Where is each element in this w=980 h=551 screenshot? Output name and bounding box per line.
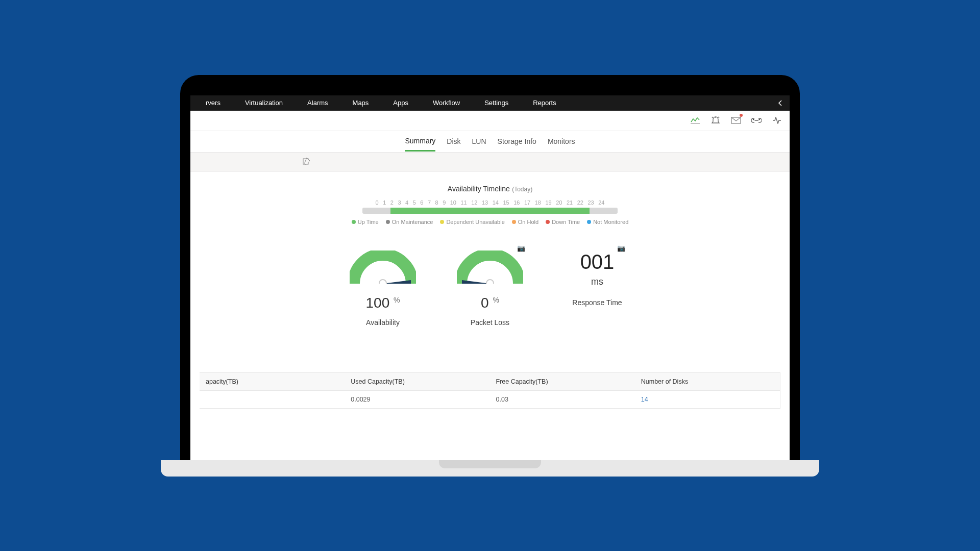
legend-item: Down Time (546, 219, 580, 225)
cell-free-capacity: 0.03 (490, 391, 635, 408)
tab-lun[interactable]: LUN (472, 132, 486, 151)
timeline-hour-tick: 2 (390, 199, 394, 206)
nav-items: rvers Virtualization Alarms Maps Apps Wo… (206, 99, 556, 107)
timeline-title: Availability Timeline (448, 185, 510, 193)
legend-label: Down Time (552, 219, 580, 225)
timeline-section: Availability Timeline (Today) 0123456789… (190, 172, 790, 230)
gauge-packet-loss: 📷 0 % Packet Loss (452, 251, 528, 327)
response-time-unit: ms (559, 277, 635, 287)
gauge-hub (486, 279, 494, 284)
nav-servers[interactable]: rvers (206, 99, 220, 107)
timeline-legend: Up TimeOn MaintenanceDependent Unavailab… (190, 219, 790, 225)
availability-label: Availability (345, 318, 421, 327)
timeline-hour-tick: 16 (513, 199, 520, 206)
timeline-bar (362, 208, 618, 214)
legend-item: On Maintenance (386, 219, 433, 225)
laptop-notch (439, 460, 541, 468)
table-header-row: apacity(TB) Used Capacity(TB) Free Capac… (200, 373, 780, 391)
col-capacity: apacity(TB) (200, 373, 345, 390)
nav-workflow[interactable]: Workflow (433, 99, 460, 107)
timeline-hour-tick: 5 (413, 199, 416, 206)
nav-settings[interactable]: Settings (484, 99, 508, 107)
availability-value: 100 % (345, 295, 421, 311)
nav-virtualization[interactable]: Virtualization (245, 99, 283, 107)
timeline-hour-tick: 17 (524, 199, 530, 206)
gauge-hub (379, 279, 387, 284)
activity-icon[interactable] (771, 115, 782, 126)
laptop-frame: rvers Virtualization Alarms Maps Apps Wo… (180, 75, 800, 477)
legend-label: Up Time (358, 219, 379, 225)
alert-icon[interactable] (710, 115, 721, 126)
cell-used-capacity: 0.0029 (345, 391, 489, 408)
legend-dot (386, 220, 390, 224)
col-num-disks: Number of Disks (635, 373, 780, 390)
nav-back-button[interactable] (777, 95, 783, 111)
snapshot-icon[interactable]: 📷 (617, 244, 625, 252)
legend-label: Dependent Unavailable (446, 219, 504, 225)
laptop-screen-bezel: rvers Virtualization Alarms Maps Apps Wo… (180, 75, 800, 460)
timeline-hour-tick: 21 (567, 199, 573, 206)
link-icon[interactable] (751, 115, 762, 126)
chart-icon[interactable] (690, 115, 701, 126)
timeline-hour-tick: 18 (535, 199, 541, 206)
gauge-arc (350, 251, 416, 284)
edit-row (190, 153, 790, 172)
timeline-hour-tick: 7 (428, 199, 431, 206)
col-used-capacity: Used Capacity(TB) (345, 373, 489, 390)
legend-label: On Maintenance (392, 219, 433, 225)
timeline-hour-tick: 20 (556, 199, 562, 206)
nav-alarms[interactable]: Alarms (307, 99, 328, 107)
metric-response-time: 📷 001 ms Response Time (559, 251, 635, 307)
packet-loss-value: 0 % (452, 295, 528, 311)
cell-capacity (200, 391, 345, 408)
legend-label: On Hold (518, 219, 538, 225)
response-time-value: 001 (559, 251, 635, 273)
timeline-hour-tick: 14 (493, 199, 499, 206)
legend-label: Not Monitored (593, 219, 628, 225)
timeline-hour-tick: 22 (577, 199, 583, 206)
timeline-hour-tick: 10 (450, 199, 456, 206)
legend-item: Up Time (352, 219, 379, 225)
col-free-capacity: Free Capacity(TB) (490, 373, 635, 390)
legend-item: Dependent Unavailable (440, 219, 504, 225)
mail-icon[interactable] (730, 115, 742, 126)
timeline-hour-tick: 4 (405, 199, 408, 206)
legend-item: On Hold (512, 219, 538, 225)
legend-dot (587, 220, 591, 224)
toolbar (190, 111, 790, 131)
table-row: 0.0029 0.03 14 (200, 391, 780, 408)
top-nav: rvers Virtualization Alarms Maps Apps Wo… (190, 95, 790, 111)
timeline-hour-tick: 9 (443, 199, 446, 206)
tab-summary[interactable]: Summary (405, 132, 435, 152)
sub-tabs: Summary Disk LUN Storage Info Monitors (190, 131, 790, 153)
legend-dot (512, 220, 516, 224)
edit-icon[interactable] (303, 157, 312, 166)
timeline-hour-tick: 19 (546, 199, 552, 206)
timeline-hour-tick: 1 (383, 199, 386, 206)
tab-storage-info[interactable]: Storage Info (498, 132, 536, 151)
legend-item: Not Monitored (587, 219, 628, 225)
gauges-row: 100 % Availability 📷 (190, 251, 790, 327)
timeline-subtitle: (Today) (512, 186, 532, 193)
timeline-hour-tick: 0 (376, 199, 379, 206)
tab-disk[interactable]: Disk (447, 132, 460, 151)
timeline-hour-tick: 6 (420, 199, 423, 206)
laptop-base (161, 460, 819, 477)
legend-dot (546, 220, 550, 224)
timeline-hour-tick: 15 (503, 199, 509, 206)
timeline-hour-tick: 13 (482, 199, 488, 206)
timeline-title-row: Availability Timeline (Today) (190, 184, 790, 193)
gauge-availability: 100 % Availability (345, 251, 421, 327)
app-window: rvers Virtualization Alarms Maps Apps Wo… (190, 95, 790, 460)
cell-num-disks[interactable]: 14 (635, 391, 780, 408)
response-time-label: Response Time (559, 298, 635, 307)
timeline-hour-tick: 24 (598, 199, 604, 206)
gauge-arc (457, 251, 523, 284)
timeline-hour-tick: 12 (471, 199, 477, 206)
tab-monitors[interactable]: Monitors (548, 132, 575, 151)
nav-reports[interactable]: Reports (533, 99, 556, 107)
nav-maps[interactable]: Maps (353, 99, 369, 107)
timeline-hour-tick: 8 (435, 199, 438, 206)
legend-dot (352, 220, 356, 224)
nav-apps[interactable]: Apps (393, 99, 408, 107)
